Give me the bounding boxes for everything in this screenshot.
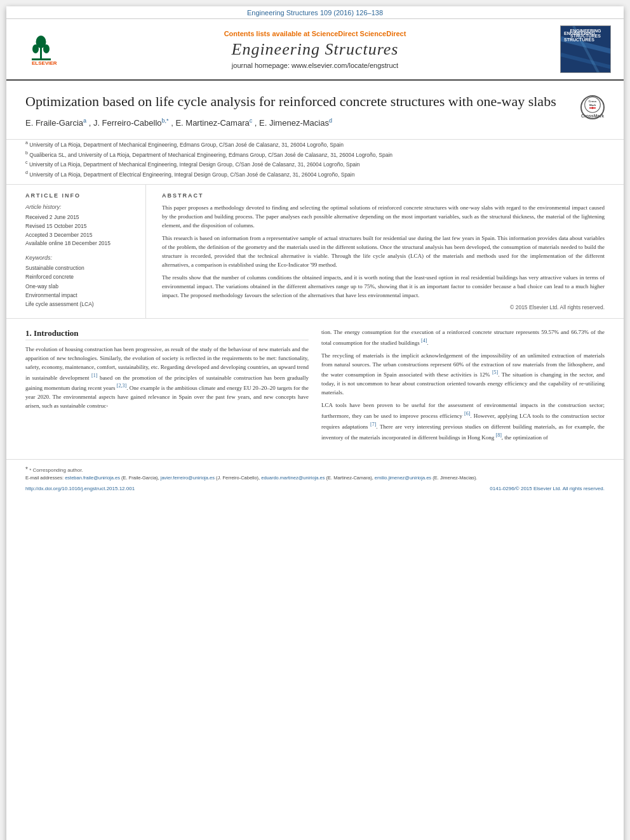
svg-point-4 — [43, 44, 50, 53]
journal-homepage: journal homepage: www.elsevier.com/locat… — [102, 62, 528, 69]
email-label: E-mail addresses: — [25, 475, 64, 481]
svg-point-3 — [32, 44, 39, 53]
email-4-name: (E. Jimenez-Macias). — [432, 475, 477, 481]
affiliations-section: a University of La Rioja, Department of … — [6, 140, 624, 185]
email-addresses: E-mail addresses: esteban.fraile@unirioj… — [25, 474, 605, 483]
doi-link[interactable]: http://dx.doi.org/10.1016/j.engstruct.20… — [25, 486, 135, 491]
section-1-text-right: tion. The energy consumption for the exe… — [321, 328, 605, 443]
body-left-column: 1. Introduction The evolution of housing… — [25, 328, 309, 446]
crossmark-icon: Cross Mark — [581, 97, 604, 113]
journal-title-area: Contents lists available at ScienceDirec… — [102, 30, 528, 69]
affiliation-a: a University of La Rioja, Department of … — [25, 140, 605, 149]
abstract-para-1: This paper proposes a methodology devote… — [162, 204, 605, 230]
svg-text:Cross: Cross — [589, 100, 597, 103]
available-date: Available online 18 December 2015 — [25, 239, 136, 248]
article-info-abstract-section: ARTICLE INFO Article history: Received 2… — [6, 185, 624, 318]
author-1-name: E. Fraile-Garcia — [25, 118, 83, 128]
email-3[interactable]: eduardo.martinez@unirioja.es — [261, 475, 325, 481]
author-3-name: , E. Martinez-Camara — [171, 118, 250, 128]
issn-text: 0141-0296/© 2015 Elsevier Ltd. All right… — [490, 486, 605, 491]
sciencedirect-link: Contents lists available at ScienceDirec… — [102, 30, 528, 37]
journal-bar: Engineering Structures 109 (2016) 126–13… — [6, 6, 624, 19]
author-3-aff: c — [250, 117, 253, 124]
journal-cover-area: ENGINEERINGSTRUCTURES ENGINEERING STRUCT… — [528, 25, 611, 73]
email-3-name: (E. Martinez-Camara), — [326, 475, 375, 481]
cover-title: ENGINEERINGSTRUCTURES — [561, 29, 610, 39]
affiliation-b: b Qualiberica SL, and University of La R… — [25, 150, 605, 159]
author-4-name: , E. Jimenez-Macias — [255, 118, 329, 128]
abstract-para-3: The results show that the number of colu… — [162, 274, 605, 300]
footnote-star-icon: * — [25, 466, 28, 473]
abstract-label: ABSTRACT — [162, 192, 605, 199]
email-2-name: (J. Ferreiro-Cabello), — [216, 475, 261, 481]
journal-title: Engineering Structures — [102, 40, 528, 59]
keyword-3: One-way slab — [25, 282, 136, 291]
abstract-para-2: This research is based on information fr… — [162, 234, 605, 270]
copyright-notice: © 2015 Elsevier Ltd. All rights reserved… — [162, 304, 605, 310]
body-content: 1. Introduction The evolution of housing… — [6, 319, 624, 459]
email-4[interactable]: emilio.jimenez@unirioja.es — [375, 475, 431, 481]
email-1-name: (E. Fraile-Garcia), — [121, 475, 161, 481]
revised-date: Revised 15 October 2015 — [25, 222, 136, 231]
section-1-heading: 1. Introduction — [25, 328, 309, 340]
sciencedirect-brand[interactable]: ScienceDirect — [360, 30, 406, 37]
article-info-label: ARTICLE INFO — [25, 192, 136, 199]
journal-citation: Engineering Structures 109 (2016) 126–13… — [247, 9, 383, 17]
affiliation-d: d University of La Rioja, Department of … — [25, 170, 605, 179]
accepted-date: Accepted 3 December 2015 — [25, 231, 136, 240]
article-title-section: Optimization based on life cycle analysi… — [6, 81, 624, 140]
keyword-5: Life cycle assessment (LCA) — [25, 300, 136, 309]
email-2[interactable]: javier.ferreiro@unirioja.es — [161, 475, 215, 481]
crossmark-label: CrossMark — [581, 114, 604, 118]
keywords-label: Keywords: — [25, 255, 136, 261]
page: Engineering Structures 109 (2016) 126–13… — [6, 6, 624, 840]
body-right-column: tion. The energy consumption for the exe… — [321, 328, 605, 446]
footer-links: http://dx.doi.org/10.1016/j.engstruct.20… — [25, 486, 605, 491]
abstract-text: This paper proposes a methodology devote… — [162, 204, 605, 300]
email-1[interactable]: esteban.fraile@unirioja.es — [65, 475, 120, 481]
svg-text:Mark: Mark — [589, 103, 596, 107]
article-title-content: Optimization based on life cycle analysi… — [25, 92, 568, 133]
article-history-label: Article history: — [25, 204, 136, 210]
journal-cover-image: ENGINEERINGSTRUCTURES ENGINEERING STRUCT… — [560, 25, 611, 73]
article-title: Optimization based on life cycle analysi… — [25, 92, 568, 111]
footer-corresponding-note: * * Corresponding author. — [25, 465, 605, 474]
author-4-aff: d — [329, 117, 332, 124]
keyword-4: Environmental impact — [25, 291, 136, 300]
section-1-text-left: The evolution of housing construction ha… — [25, 345, 309, 411]
corresponding-note-text: * Corresponding author. — [29, 467, 83, 473]
elsevier-logo-area: ELSEVIER — [19, 32, 102, 67]
journal-header: ELSEVIER Contents lists available at Sci… — [6, 19, 624, 81]
elsevier-logo-icon: ELSEVIER — [29, 32, 92, 67]
author-1-aff: a — [83, 117, 86, 124]
keyword-2: Reinforced concrete — [25, 272, 136, 281]
article-authors: E. Fraile-Garciaa , J. Ferreiro-Cabellob… — [25, 117, 568, 128]
footer-section: * * Corresponding author. E-mail address… — [6, 459, 624, 498]
article-info-column: ARTICLE INFO Article history: Received 2… — [25, 185, 146, 317]
keyword-1: Sustainable construction — [25, 263, 136, 272]
author-2-aff: b,* — [162, 117, 169, 124]
crossmark-badge: Cross Mark CrossMark — [580, 95, 605, 119]
affiliation-c: c University of La Rioja, Department of … — [25, 159, 605, 169]
svg-text:ELSEVIER: ELSEVIER — [32, 60, 57, 66]
abstract-column: ABSTRACT This paper proposes a methodolo… — [159, 185, 605, 317]
crossmark-area: Cross Mark CrossMark — [580, 95, 605, 119]
author-2-name: , J. Ferreiro-Cabello — [89, 118, 162, 128]
received-date: Received 2 June 2015 — [25, 213, 136, 222]
